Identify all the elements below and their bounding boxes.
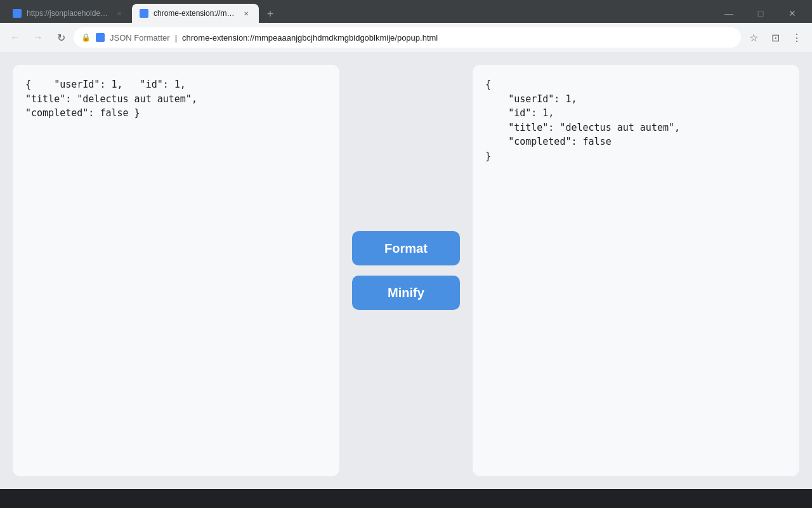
omnibar: ← → ↻ 🔒 JSON Formatter | chrome-extensio… bbox=[0, 23, 812, 52]
left-panel[interactable]: { "userId": 1, "id": 1, "title": "delect… bbox=[13, 65, 339, 476]
address-bar[interactable]: 🔒 JSON Formatter | chrome-extension://mm… bbox=[74, 27, 741, 48]
main-content: { "userId": 1, "id": 1, "title": "delect… bbox=[0, 52, 812, 489]
tab-jsonplaceholder[interactable]: https://jsonplaceholder.typicode... ✕ bbox=[5, 4, 132, 23]
format-button[interactable]: Format bbox=[352, 231, 460, 265]
right-panel-content: { "userId": 1, "id": 1, "title": "delect… bbox=[485, 77, 787, 163]
tab-favicon-1 bbox=[13, 9, 22, 18]
middle-controls: Format Minify bbox=[352, 231, 460, 310]
tab-favicon-2 bbox=[140, 9, 148, 18]
close-button[interactable]: ✕ bbox=[778, 4, 807, 23]
window-controls: — □ ✕ bbox=[714, 4, 807, 23]
left-panel-content: { "userId": 1, "id": 1, "title": "delect… bbox=[25, 77, 327, 121]
maximize-button[interactable]: □ bbox=[746, 4, 775, 23]
forward-button[interactable]: → bbox=[28, 27, 48, 48]
tab-bar: https://jsonplaceholder.typicode... ✕ ch… bbox=[0, 0, 812, 23]
lock-icon: 🔒 bbox=[81, 33, 91, 42]
reload-button[interactable]: ↻ bbox=[51, 27, 71, 48]
minimize-button[interactable]: — bbox=[714, 4, 743, 23]
tab-close-1[interactable]: ✕ bbox=[114, 8, 124, 18]
new-tab-button[interactable]: + bbox=[261, 5, 279, 23]
tab-title-2: chrome-extension://mmpeaaan... bbox=[154, 9, 236, 18]
more-button[interactable]: ⋮ bbox=[787, 27, 807, 48]
back-button[interactable]: ← bbox=[5, 27, 25, 48]
breadcrumb: JSON Formatter bbox=[110, 33, 170, 43]
site-favicon bbox=[96, 33, 105, 42]
screenshot-button[interactable]: ⊡ bbox=[765, 27, 785, 48]
tab-json-formatter[interactable]: chrome-extension://mmpeaaan... ✕ bbox=[132, 4, 259, 23]
url-text: chrome-extension://mmpeaaanjgbcjhdmdkmgb… bbox=[182, 33, 438, 43]
toolbar-right: ☆ ⊡ ⋮ bbox=[743, 27, 807, 48]
tab-close-2[interactable]: ✕ bbox=[241, 8, 251, 18]
minify-button[interactable]: Minify bbox=[352, 276, 460, 310]
tab-title-1: https://jsonplaceholder.typicode... bbox=[27, 9, 109, 18]
right-panel[interactable]: { "userId": 1, "id": 1, "title": "delect… bbox=[473, 65, 799, 476]
breadcrumb-separator: | bbox=[175, 33, 177, 43]
bookmark-button[interactable]: ☆ bbox=[743, 27, 764, 48]
